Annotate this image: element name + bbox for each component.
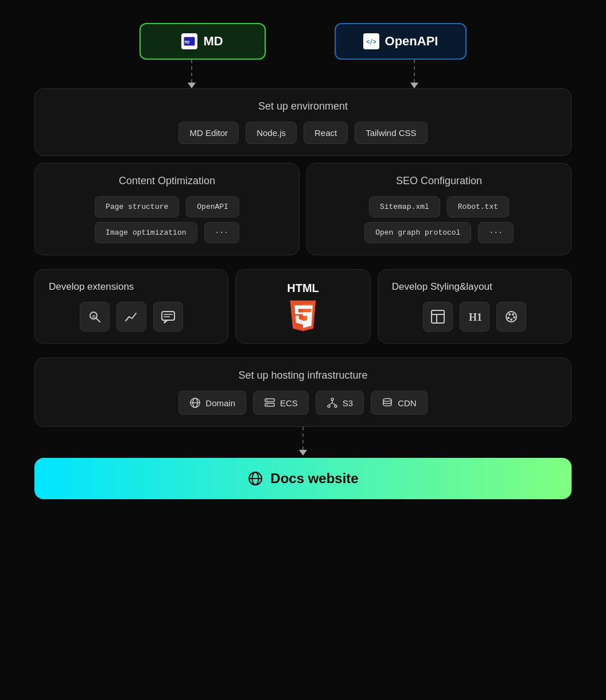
chip-domain[interactable]: Domain [178, 391, 246, 415]
svg-text:H1: H1 [469, 312, 482, 323]
develop-styling-icons: H1 [392, 302, 557, 332]
comment-icon[interactable] [153, 302, 183, 332]
chip-more-seo[interactable]: ··· [478, 222, 513, 243]
html-panel: HTML [235, 269, 371, 344]
setup-environment-title: Set up environment [49, 100, 557, 112]
develop-extensions-icons: ⊕ [49, 302, 214, 332]
html5-badge [287, 300, 319, 332]
svg-rect-6 [162, 312, 174, 320]
chip-nodejs[interactable]: Node.js [246, 122, 297, 144]
develop-styling-title: Develop Styling&layout [392, 281, 557, 293]
globe-small-icon [189, 397, 201, 409]
hosting-arrow [299, 427, 307, 456]
content-optimization-panel: Content Optimization Page structure Open… [34, 163, 300, 255]
layout-icon[interactable] [423, 302, 453, 332]
svg-line-4 [96, 318, 100, 322]
search-zoom-icon[interactable]: ⊕ [80, 302, 110, 332]
svg-rect-22 [265, 399, 274, 402]
top-sources: MD MD </> OpenAPI [139, 23, 467, 60]
chip-ecs[interactable]: ECS [253, 391, 309, 415]
svg-point-32 [383, 399, 391, 402]
svg-point-17 [513, 316, 515, 318]
md-icon: MD [181, 33, 197, 49]
seo-chips-row1: Sitemap.xml Robot.txt [321, 196, 557, 217]
develop-styling-panel: Develop Styling&layout H1 [378, 269, 572, 344]
server-icon [264, 397, 275, 409]
setup-environment-chips: MD Editor Node.js React Tailwind CSS [49, 122, 557, 144]
docs-website-label: Docs website [270, 470, 358, 487]
middle-two-col: Content Optimization Page structure Open… [34, 163, 572, 255]
docs-globe-icon [247, 470, 263, 487]
chip-react[interactable]: React [304, 122, 348, 144]
develop-extensions-title: Develop extensions [49, 281, 214, 293]
chip-sitemap[interactable]: Sitemap.xml [369, 196, 440, 217]
svg-text:⊕: ⊕ [92, 314, 96, 319]
svg-text:</>: </> [366, 38, 376, 45]
docs-website-button[interactable]: Docs website [34, 458, 572, 499]
chip-robot[interactable]: Robot.txt [447, 196, 509, 217]
fork-icon [327, 397, 338, 409]
chip-tailwind[interactable]: Tailwind CSS [355, 122, 427, 144]
svg-point-28 [335, 405, 337, 407]
openapi-icon: </> [363, 33, 379, 49]
database-icon [382, 397, 393, 409]
openapi-label: OpenAPI [385, 34, 438, 49]
svg-point-25 [266, 405, 267, 406]
svg-rect-9 [432, 310, 444, 323]
svg-point-14 [508, 313, 511, 316]
content-chips-row2: Image optimization ··· [49, 222, 285, 243]
svg-point-27 [328, 405, 330, 407]
html-title: HTML [287, 282, 319, 295]
chip-s3[interactable]: S3 [316, 391, 364, 415]
hosting-chips: Domain ECS [49, 391, 557, 415]
source-arrows [34, 60, 572, 88]
chip-page-structure[interactable]: Page structure [95, 196, 179, 217]
palette-icon[interactable] [496, 302, 526, 332]
openapi-arrow [410, 60, 418, 88]
svg-line-31 [332, 403, 336, 405]
bottom-section: Set up hosting infrastructure Domain [34, 357, 572, 499]
svg-point-16 [507, 317, 510, 319]
svg-point-24 [266, 400, 267, 401]
chart-icon[interactable] [116, 302, 146, 332]
md-arrow [188, 60, 196, 88]
hosting-panel: Set up hosting infrastructure Domain [34, 357, 572, 427]
content-chips-row1: Page structure OpenAPI [49, 196, 285, 217]
md-label: MD [203, 34, 223, 49]
heading-icon[interactable]: H1 [460, 302, 490, 332]
develop-extensions-panel: Develop extensions ⊕ [34, 269, 228, 344]
chip-md-editor[interactable]: MD Editor [178, 122, 239, 144]
diagram: MD MD </> OpenAPI Set up environment [34, 23, 572, 499]
chip-cdn[interactable]: CDN [371, 391, 428, 415]
openapi-source-box[interactable]: </> OpenAPI [335, 23, 467, 60]
seo-configuration-panel: SEO Configuration Sitemap.xml Robot.txt … [306, 163, 572, 255]
seo-chips-row2: Open graph protocol ··· [321, 222, 557, 243]
chip-openapi[interactable]: OpenAPI [186, 196, 239, 217]
svg-rect-23 [265, 403, 274, 406]
md-source-box[interactable]: MD MD [139, 23, 266, 60]
setup-environment-panel: Set up environment MD Editor Node.js Rea… [34, 88, 572, 156]
content-optimization-title: Content Optimization [49, 175, 285, 187]
svg-line-30 [329, 403, 332, 405]
seo-configuration-title: SEO Configuration [321, 175, 557, 187]
svg-point-15 [512, 313, 514, 316]
svg-text:MD: MD [185, 40, 189, 45]
chip-open-graph[interactable]: Open graph protocol [364, 222, 471, 243]
hosting-title: Set up hosting infrastructure [49, 370, 557, 382]
chip-more-content[interactable]: ··· [204, 222, 239, 243]
chip-image-optimization[interactable]: Image optimization [95, 222, 197, 243]
middle-three-col: Develop extensions ⊕ [34, 269, 572, 344]
svg-point-26 [331, 398, 333, 400]
svg-point-18 [510, 318, 512, 321]
